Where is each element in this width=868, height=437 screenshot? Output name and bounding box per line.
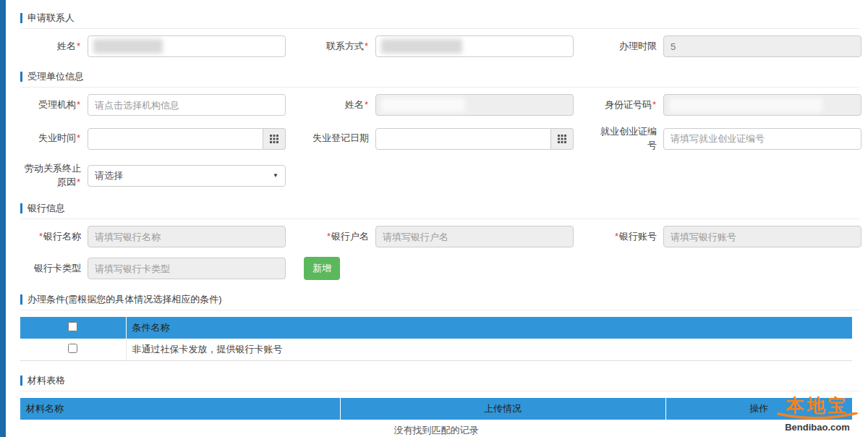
unemployment-reg-date-input[interactable] — [375, 128, 551, 150]
bank-account-no-label: *银行账号 — [592, 230, 657, 244]
logo-title: 本地宝 — [774, 396, 861, 416]
section-bar — [20, 13, 22, 23]
bendibao-logo: 本地宝 Bendibao.com — [774, 396, 861, 433]
section-accepting-unit: 受理单位信息 — [20, 70, 859, 88]
person-name-input — [375, 94, 574, 116]
bank-name-label: *银行名称 — [20, 230, 81, 244]
unemployment-reg-date-label: 失业登记日期 — [304, 132, 369, 145]
bank-account-name-wrap — [375, 226, 574, 247]
section-title: 受理单位信息 — [27, 70, 84, 83]
section-bank-info: 银行信息 — [20, 202, 859, 219]
condition-checkbox-cell — [20, 339, 126, 360]
required-mark: * — [77, 177, 80, 187]
contact-input-wrap — [375, 35, 574, 57]
required-mark: * — [365, 99, 368, 110]
conditions-table-header: 条件名称 — [20, 317, 852, 339]
form-row: 劳动关系终止原因* 请选择 ▼ — [20, 162, 859, 190]
bank-account-no-wrap — [663, 226, 861, 247]
section-bar — [20, 294, 22, 305]
unemployment-date-input[interactable] — [88, 128, 263, 150]
required-mark: * — [615, 231, 618, 242]
person-name-label: 姓名* — [304, 98, 369, 112]
upload-status-header: 上传情况 — [340, 398, 665, 420]
form-row: 受理机构* 姓名* 身份证号码* — [20, 94, 859, 116]
form-row: *银行名称 *银行户名 *银行账号 — [20, 226, 859, 247]
contact-input[interactable] — [375, 35, 574, 57]
section-conditions: 办理条件(需根据您的具体情况选择相应的条件) — [20, 293, 859, 310]
form-row: 姓名* 联系方式* 办理时限 — [20, 35, 859, 57]
select-all-checkbox[interactable] — [68, 322, 77, 331]
contact-label: 联系方式* — [304, 40, 369, 54]
section-title: 申请联系人 — [27, 12, 75, 25]
section-bar — [20, 376, 22, 386]
bank-card-type-input — [88, 258, 286, 279]
time-limit-label: 办理时限 — [592, 40, 657, 54]
unemployment-date-group — [88, 128, 286, 150]
time-limit-input-wrap — [663, 35, 861, 57]
id-number-input — [663, 94, 861, 116]
bank-name-wrap — [88, 226, 286, 247]
name-input-wrap — [88, 35, 286, 57]
condition-name-header: 条件名称 — [126, 317, 852, 339]
required-mark: * — [365, 41, 368, 51]
selected-option: 请选择 — [95, 169, 123, 182]
bank-account-name-label: *银行户名 — [304, 230, 369, 244]
condition-checkbox[interactable] — [68, 344, 77, 353]
time-limit-input — [663, 35, 861, 57]
bank-name-input — [88, 226, 286, 247]
section-materials: 材料表格 — [20, 374, 859, 391]
logo-domain: Bendibao.com — [774, 422, 861, 433]
employment-cert-no-label: 就业创业证编号 — [592, 125, 657, 153]
section-title: 办理条件(需根据您的具体情况选择相应的条件) — [27, 293, 222, 306]
employment-cert-no-wrap — [663, 128, 861, 150]
calendar-grid-icon — [558, 135, 566, 143]
material-name-header: 材料名称 — [20, 398, 340, 420]
name-label: 姓名* — [20, 40, 81, 54]
calendar-grid-icon — [270, 135, 278, 143]
condition-name: 非通过社保卡发放，提供银行卡账号 — [126, 339, 852, 360]
id-number-input-wrap — [663, 94, 861, 116]
name-input[interactable] — [88, 35, 286, 57]
unemployment-date-label: 失业时间* — [20, 132, 81, 145]
materials-table-header: 材料名称 上传情况 操作 — [20, 398, 852, 420]
materials-table: 材料名称 上传情况 操作 没有找到匹配的记录 — [20, 398, 852, 437]
chevron-down-icon: ▼ — [273, 172, 278, 179]
left-edge-strip — [0, 0, 6, 437]
form-page: 申请联系人 姓名* 联系方式* 办理时限 受理单位信息 — [6, 0, 868, 437]
bank-account-no-input — [663, 226, 861, 247]
agency-label: 受理机构* — [20, 98, 81, 112]
required-mark: * — [77, 41, 80, 51]
empty-row: 没有找到匹配的记录 — [20, 420, 852, 437]
agency-input[interactable] — [88, 94, 286, 116]
section-bar — [20, 203, 22, 213]
unemployment-reg-date-group — [375, 128, 574, 150]
conditions-table: 条件名称 非通过社保卡发放，提供银行卡账号 — [20, 317, 852, 361]
required-mark: * — [652, 99, 656, 110]
employment-cert-no-input[interactable] — [663, 128, 861, 150]
calendar-addon[interactable] — [263, 128, 286, 150]
id-number-label: 身份证号码* — [592, 98, 657, 112]
bank-card-type-label: 银行卡类型 — [20, 262, 81, 276]
add-button[interactable]: 新增 — [304, 257, 340, 280]
calendar-addon[interactable] — [551, 128, 574, 150]
section-title: 材料表格 — [27, 374, 65, 387]
section-applicant-contact: 申请联系人 — [20, 12, 859, 29]
required-mark: * — [77, 132, 80, 143]
person-name-input-wrap — [375, 94, 574, 116]
form-row: 失业时间* 失业登记日期 — [20, 125, 859, 153]
required-mark: * — [77, 99, 80, 110]
select-all-cell — [20, 317, 126, 339]
required-mark: * — [327, 231, 331, 242]
bank-account-name-input — [375, 226, 574, 247]
no-records-text: 没有找到匹配的记录 — [20, 420, 852, 437]
termination-reason-select[interactable]: 请选择 ▼ — [88, 165, 286, 187]
required-mark: * — [39, 231, 43, 242]
agency-input-wrap — [88, 94, 286, 116]
section-title: 银行信息 — [27, 202, 65, 215]
section-bar — [20, 72, 22, 82]
form-row: 银行卡类型 新增 — [20, 257, 859, 280]
termination-reason-label: 劳动关系终止原因* — [20, 162, 81, 190]
condition-row: 非通过社保卡发放，提供银行卡账号 — [20, 339, 852, 360]
bank-card-type-wrap — [88, 258, 286, 279]
